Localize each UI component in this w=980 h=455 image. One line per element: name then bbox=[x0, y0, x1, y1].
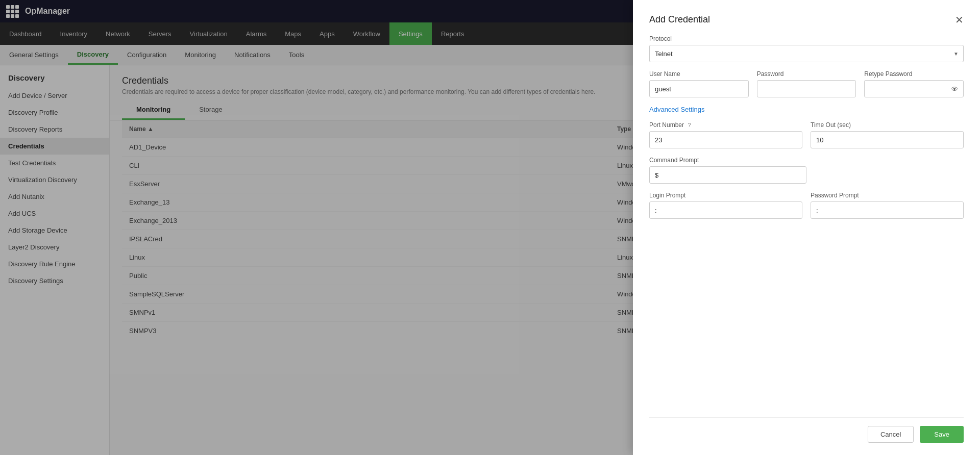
port-input[interactable] bbox=[649, 131, 802, 148]
login-prompt-group: Login Prompt bbox=[649, 192, 802, 219]
retype-password-input[interactable] bbox=[864, 80, 964, 97]
modal-title: Add Credential bbox=[649, 14, 710, 25]
protocol-label: Protocol bbox=[649, 35, 964, 42]
port-label: Port Number ? bbox=[649, 121, 802, 129]
password-prompt-group: Password Prompt bbox=[811, 192, 964, 219]
login-prompt-label: Login Prompt bbox=[649, 192, 802, 199]
timeout-group: Time Out (sec) bbox=[811, 121, 964, 148]
port-timeout-row: Port Number ? Time Out (sec) bbox=[649, 121, 964, 148]
login-prompt-input[interactable] bbox=[649, 201, 802, 219]
timeout-input[interactable] bbox=[811, 131, 964, 148]
password-label: Password bbox=[757, 70, 856, 78]
retype-password-group: Retype Password 👁 bbox=[864, 70, 964, 97]
password-prompt-input[interactable] bbox=[811, 201, 964, 219]
modal-header: Add Credential ✕ bbox=[649, 14, 964, 25]
retype-password-wrapper: 👁 bbox=[864, 80, 964, 97]
save-button[interactable]: Save bbox=[920, 426, 964, 443]
advanced-settings-link[interactable]: Advanced Settings bbox=[649, 106, 964, 113]
password-input[interactable] bbox=[757, 80, 856, 97]
command-prompt-group: Command Prompt bbox=[649, 157, 964, 184]
eye-icon[interactable]: 👁 bbox=[951, 85, 959, 93]
password-group: Password bbox=[757, 70, 856, 97]
retype-password-label: Retype Password bbox=[864, 70, 964, 78]
protocol-select-wrapper: Telnet SSH SNMP v1/v2 SNMP v3 WMI VMware bbox=[649, 45, 964, 62]
username-label: User Name bbox=[649, 70, 749, 78]
modal-overlay: Add Credential ✕ Protocol Telnet SSH SNM… bbox=[0, 0, 980, 455]
password-prompt-label: Password Prompt bbox=[811, 192, 964, 199]
add-credential-modal: Add Credential ✕ Protocol Telnet SSH SNM… bbox=[633, 0, 980, 455]
modal-footer: Cancel Save bbox=[649, 417, 964, 443]
protocol-select[interactable]: Telnet SSH SNMP v1/v2 SNMP v3 WMI VMware bbox=[649, 45, 964, 62]
modal-close-button[interactable]: ✕ bbox=[955, 15, 964, 25]
protocol-group: Protocol Telnet SSH SNMP v1/v2 SNMP v3 W… bbox=[649, 35, 964, 62]
command-prompt-label: Command Prompt bbox=[649, 157, 964, 164]
port-group: Port Number ? bbox=[649, 121, 802, 148]
credential-fields-row: User Name Password Retype Password 👁 bbox=[649, 70, 964, 97]
timeout-label: Time Out (sec) bbox=[811, 121, 964, 129]
command-prompt-input[interactable] bbox=[649, 166, 806, 184]
username-input[interactable] bbox=[649, 80, 749, 97]
port-help-icon[interactable]: ? bbox=[688, 122, 691, 128]
username-group: User Name bbox=[649, 70, 749, 97]
prompt-row: Login Prompt Password Prompt bbox=[649, 192, 964, 219]
cancel-button[interactable]: Cancel bbox=[868, 426, 914, 443]
password-wrapper bbox=[757, 80, 856, 97]
